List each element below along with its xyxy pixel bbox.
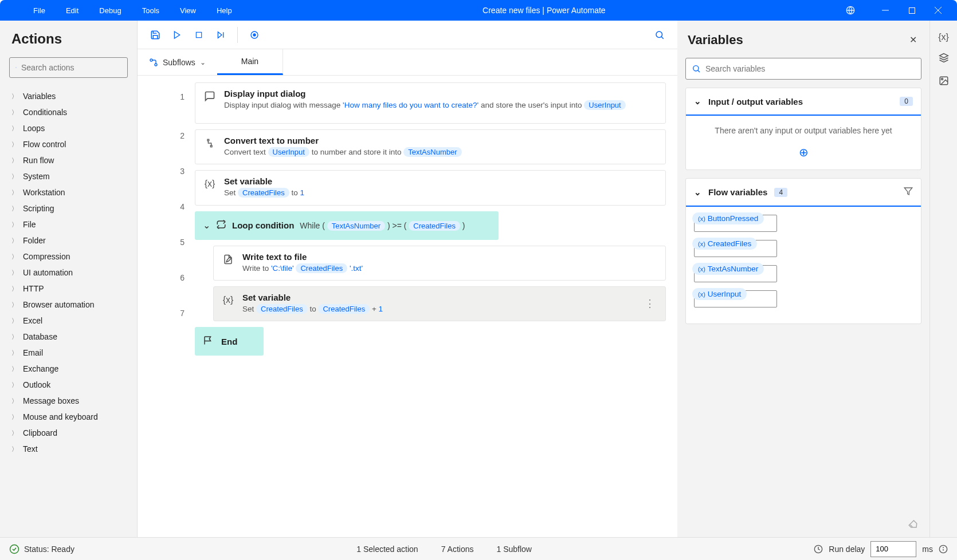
category-label: Scripting <box>23 204 54 213</box>
category-label: Mouse and keyboard <box>23 412 98 421</box>
run-delay-input[interactable] <box>870 541 916 557</box>
subflows-dropdown[interactable]: Subflows ⌄ <box>138 49 217 75</box>
actions-search-input[interactable] <box>21 63 121 72</box>
chevron-right-icon: 〉 <box>11 301 17 309</box>
action-category[interactable]: 〉Run flow <box>2 152 135 168</box>
loop-condition: While ( TextAsNumber ) >= ( CreatedFiles… <box>300 221 465 230</box>
collapse-icon[interactable]: ⌄ <box>203 220 210 231</box>
chevron-right-icon: 〉 <box>11 397 17 405</box>
search-flow-button[interactable] <box>649 25 670 45</box>
eraser-icon[interactable] <box>677 513 929 537</box>
menu-edit[interactable]: Edit <box>56 2 89 19</box>
chevron-right-icon: 〉 <box>11 349 17 357</box>
status-ok-icon <box>9 544 19 554</box>
step-convert-text-to-number[interactable]: Convert text to number Convert text User… <box>195 129 666 164</box>
action-category[interactable]: 〉Email <box>2 345 135 361</box>
action-category[interactable]: 〉UI automation <box>2 265 135 281</box>
action-category[interactable]: 〉Flow control <box>2 136 135 152</box>
action-category[interactable]: 〉Text <box>2 441 135 457</box>
chevron-right-icon: 〉 <box>11 333 17 341</box>
action-category[interactable]: 〉Conditionals <box>2 104 135 120</box>
menu-tools[interactable]: Tools <box>132 2 170 19</box>
variables-search[interactable] <box>685 58 921 80</box>
action-category[interactable]: 〉Message boxes <box>2 393 135 409</box>
category-label: Compression <box>23 252 70 261</box>
action-category[interactable]: 〉Database <box>2 329 135 345</box>
step-end[interactable]: End <box>195 327 264 356</box>
action-category[interactable]: 〉Folder <box>2 232 135 249</box>
category-label: UI automation <box>23 268 73 277</box>
action-category[interactable]: 〉Workstation <box>2 184 135 200</box>
add-variable-button[interactable]: ⊕ <box>696 145 911 159</box>
flow-variable-row[interactable]: (x) CreatedFiles <box>694 240 913 257</box>
action-category[interactable]: 〉Exchange <box>2 361 135 377</box>
chevron-right-icon: 〉 <box>11 108 17 117</box>
record-button[interactable] <box>244 25 265 45</box>
stop-button[interactable] <box>188 25 210 45</box>
menu-view[interactable]: View <box>170 2 206 19</box>
info-icon[interactable] <box>939 545 948 554</box>
menu-file[interactable]: File <box>23 2 56 19</box>
flow-variable-row[interactable]: (x) TextAsNumber <box>694 265 913 282</box>
actions-search[interactable] <box>9 57 128 78</box>
category-label: File <box>23 220 36 229</box>
search-icon <box>692 64 701 73</box>
action-category[interactable]: 〉Compression <box>2 249 135 265</box>
step-button[interactable] <box>210 25 232 45</box>
images-dock-button[interactable] <box>939 76 949 88</box>
action-category[interactable]: 〉Clipboard <box>2 425 135 441</box>
chevron-right-icon: 〉 <box>11 140 17 149</box>
tab-main[interactable]: Main <box>217 49 283 75</box>
run-button[interactable] <box>166 25 188 45</box>
layers-dock-button[interactable] <box>939 53 949 65</box>
action-category[interactable]: 〉Loops <box>2 120 135 136</box>
convert-icon <box>203 137 216 149</box>
step-desc: Write to 'C:\file' CreatedFiles '.txt' <box>242 263 657 274</box>
action-category[interactable]: 〉Browser automation <box>2 297 135 313</box>
menu-help[interactable]: Help <box>206 2 242 19</box>
variables-dock-button[interactable]: {x} <box>938 32 949 42</box>
action-category[interactable]: 〉Excel <box>2 313 135 329</box>
variables-search-input[interactable] <box>705 64 915 73</box>
filter-icon[interactable] <box>904 187 913 198</box>
action-category[interactable]: 〉Variables <box>2 88 135 104</box>
step-display-input-dialog[interactable]: Display input dialog Display input dialo… <box>195 82 666 124</box>
close-button[interactable] <box>925 1 951 19</box>
category-label: Flow control <box>23 140 66 149</box>
action-category[interactable]: 〉Outlook <box>2 377 135 393</box>
action-category[interactable]: 〉Scripting <box>2 200 135 216</box>
category-label: Variables <box>23 92 56 101</box>
flow-variable-row[interactable]: (x) UserInput <box>694 290 913 307</box>
menu-debug[interactable]: Debug <box>89 2 131 19</box>
environment-indicator[interactable] <box>846 6 855 15</box>
save-button[interactable] <box>144 25 166 45</box>
step-desc: Convert text UserInput to number and sto… <box>224 147 657 158</box>
minimize-button[interactable] <box>872 1 899 19</box>
io-variables-header[interactable]: ⌄ Input / output variables 0 <box>686 88 921 116</box>
chevron-right-icon: 〉 <box>11 172 17 181</box>
run-delay-label: Run delay <box>829 545 865 554</box>
category-label: Conditionals <box>23 108 67 117</box>
step-set-variable-2[interactable]: {x} Set variable Set CreatedFiles to Cre… <box>213 286 666 321</box>
actions-tree[interactable]: 〉Variables〉Conditionals〉Loops〉Flow contr… <box>0 85 137 537</box>
close-panel-button[interactable]: ✕ <box>906 31 920 49</box>
step-title: Loop condition <box>232 220 294 230</box>
more-actions-button[interactable]: ⋮ <box>642 295 657 312</box>
action-category[interactable]: 〉File <box>2 216 135 232</box>
variables-header: Variables <box>688 33 906 48</box>
line-gutter: 1234567 <box>138 76 195 537</box>
section-title: Input / output variables <box>708 97 893 107</box>
svg-rect-17 <box>207 139 209 141</box>
action-category[interactable]: 〉System <box>2 168 135 184</box>
step-loop-condition[interactable]: ⌄ Loop condition While ( TextAsNumber ) … <box>195 211 499 240</box>
category-label: Clipboard <box>23 428 57 437</box>
flow-variable-row[interactable]: (x) ButtonPressed <box>694 215 913 232</box>
action-category[interactable]: 〉Mouse and keyboard <box>2 409 135 425</box>
category-label: HTTP <box>23 284 44 293</box>
flow-variables-header[interactable]: ⌄ Flow variables 4 <box>686 179 921 207</box>
maximize-button[interactable] <box>899 1 925 19</box>
step-write-text-to-file[interactable]: Write text to file Write to 'C:\file' Cr… <box>213 246 666 281</box>
step-set-variable-1[interactable]: {x} Set variable Set CreatedFiles to 1 <box>195 170 666 205</box>
variable-icon: {x} <box>222 294 234 306</box>
action-category[interactable]: 〉HTTP <box>2 281 135 297</box>
